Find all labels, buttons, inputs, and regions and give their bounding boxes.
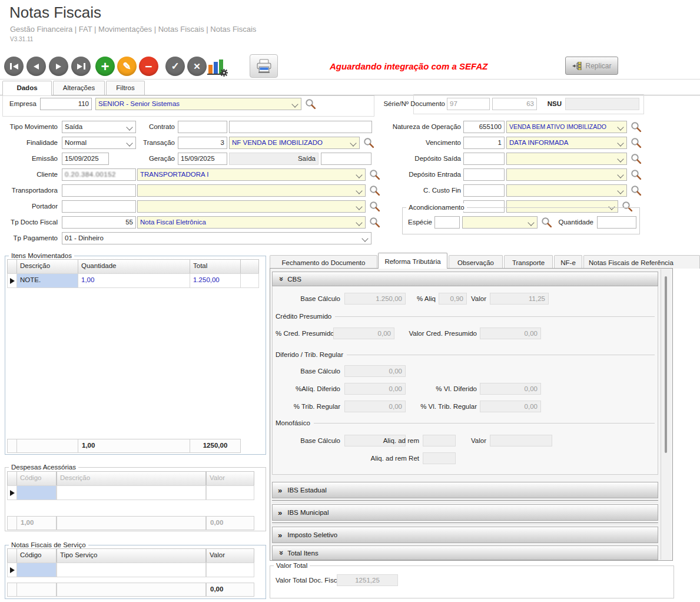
empresa-select[interactable]: SENIOR - Senior Sistemas xyxy=(95,98,301,110)
itens-row-marker xyxy=(7,273,17,288)
especie-code-input[interactable] xyxy=(434,216,460,229)
transportadora-label: Transportadora xyxy=(0,184,58,197)
deposito-saida-select[interactable] xyxy=(506,153,627,165)
next-record-button[interactable] xyxy=(49,57,68,76)
first-record-button[interactable] xyxy=(4,57,24,76)
itens-col-filler xyxy=(240,259,259,274)
servico-cell-valor[interactable] xyxy=(206,563,254,577)
custo-fin-select[interactable] xyxy=(506,184,627,197)
deposito-entrada-code-input[interactable] xyxy=(463,168,505,181)
tp-docto-lookup-button[interactable] xyxy=(369,217,381,229)
empresa-code-input[interactable]: 110 xyxy=(40,98,92,110)
especie-select[interactable] xyxy=(462,216,538,229)
ibs-municipal-section-header[interactable]: IBS Municipal xyxy=(272,504,658,521)
cbs-valor-label: Valor xyxy=(467,293,486,305)
contrato-code-input[interactable] xyxy=(178,121,227,133)
tipo-movimento-select[interactable]: Saída xyxy=(62,121,136,133)
tp-docto-select[interactable]: Nota Fiscal Eletrônica xyxy=(137,216,366,229)
custo-fin-code-input[interactable] xyxy=(463,184,505,197)
tab-dados[interactable]: Dados xyxy=(2,81,52,95)
delete-button[interactable] xyxy=(139,57,158,76)
especie-lookup-button[interactable] xyxy=(541,217,553,229)
servico-cell-tipo[interactable] xyxy=(57,563,206,577)
replicar-button[interactable]: Replicar xyxy=(565,57,618,75)
tab-fechamento-documento[interactable]: Fechamento do Documento xyxy=(270,255,377,269)
tab-reforma-tributaria[interactable]: Reforma Tributária xyxy=(378,253,447,269)
tab-notas-referencia[interactable]: Notas Fiscais de Referência xyxy=(583,255,700,269)
deposito-saida-lookup-button[interactable] xyxy=(631,153,642,165)
empresa-lookup-button[interactable] xyxy=(305,98,317,110)
deposito-entrada-lookup-button[interactable] xyxy=(631,169,642,181)
tab-filtros[interactable]: Filtros xyxy=(106,81,145,95)
ibs-estadual-section-header[interactable]: IBS Estadual xyxy=(272,482,658,498)
edit-button[interactable] xyxy=(117,57,137,76)
magnifier-icon xyxy=(631,185,642,196)
tp-docto-code-input[interactable]: 55 xyxy=(62,216,136,229)
chart-settings-button[interactable] xyxy=(207,58,230,77)
confirm-button[interactable] xyxy=(165,57,185,76)
itens-cell-total[interactable]: 1.250,00 xyxy=(190,273,241,288)
vencimento-code-input[interactable]: 1 xyxy=(463,137,505,149)
panel-scrollbar[interactable] xyxy=(661,269,671,560)
emissao-input[interactable]: 15/09/2025 xyxy=(62,153,109,165)
tp-pagamento-select[interactable]: 01 - Dinheiro xyxy=(62,232,371,244)
adrem-ret-label: Aliq. ad rem Ret xyxy=(351,452,419,465)
custo-fin-lookup-button[interactable] xyxy=(631,185,642,197)
magnifier-icon xyxy=(541,217,552,228)
itens-cell-descricao[interactable]: NOTE. xyxy=(16,273,78,288)
magnifier-icon xyxy=(631,137,642,148)
transportadora-code-input[interactable] xyxy=(62,184,136,197)
transacao-code-input[interactable]: 3 xyxy=(178,137,227,149)
cliente-code-input[interactable]: 0.20.384.00152 xyxy=(62,168,136,181)
tab-alteracoes[interactable]: Alterações xyxy=(53,81,105,95)
nsu-label: NSU xyxy=(539,98,562,110)
despesas-cell-descricao[interactable] xyxy=(57,485,206,500)
finalidade-select[interactable]: Normal xyxy=(62,137,136,149)
transacao-label: Transação xyxy=(137,137,175,149)
transportadora-select[interactable] xyxy=(137,184,366,197)
chevron-down-icon xyxy=(356,219,362,226)
cbs-aliq-label: % Aliq xyxy=(406,293,436,305)
tab-nfe[interactable]: NF-e xyxy=(554,255,582,269)
geracao-input[interactable]: 15/09/2025 xyxy=(178,153,227,165)
portador-select[interactable] xyxy=(137,200,366,213)
previous-record-button[interactable] xyxy=(26,57,46,76)
itens-cell-quantidade[interactable]: 1,00 xyxy=(78,273,190,288)
deposito-entrada-select[interactable] xyxy=(506,168,627,181)
portador-label: Portador xyxy=(0,200,58,213)
print-button[interactable] xyxy=(250,54,278,78)
nsu-input xyxy=(565,98,639,110)
last-record-button[interactable] xyxy=(71,57,91,76)
portador-code-input[interactable] xyxy=(62,200,136,213)
imposto-seletivo-section-header[interactable]: Imposto Seletivo xyxy=(272,527,658,543)
natureza-lookup-button[interactable] xyxy=(631,121,642,133)
despesas-cell-codigo[interactable] xyxy=(16,485,57,500)
add-button[interactable] xyxy=(95,57,115,76)
vencimento-lookup-button[interactable] xyxy=(631,137,642,149)
magnifier-icon xyxy=(631,153,642,164)
saida-date-input[interactable] xyxy=(321,153,371,165)
scrollbar-thumb[interactable] xyxy=(665,276,667,453)
total-itens-section-header[interactable]: Total Itens xyxy=(272,545,658,560)
servico-cell-codigo[interactable] xyxy=(16,563,57,577)
cancel-button[interactable] xyxy=(187,57,207,76)
cliente-select[interactable]: TRANSPORTADORA I xyxy=(137,168,366,181)
natureza-code-input[interactable]: 655100 xyxy=(463,121,505,133)
vencimento-select[interactable]: DATA INFORMADA xyxy=(506,137,627,149)
check-icon xyxy=(171,61,179,71)
servico-footer-valor: 0,00 xyxy=(206,583,254,597)
transacao-select[interactable]: NF VENDA DE IMOBILIZADO xyxy=(229,137,360,149)
despesas-cell-valor[interactable] xyxy=(206,485,254,500)
natureza-select[interactable]: VENDA BEM ATIVO IMOBILIZADO xyxy=(506,121,627,133)
contrato-desc-input[interactable] xyxy=(229,121,372,133)
tab-transporte[interactable]: Transporte xyxy=(504,255,553,269)
vl-trib-regular-field: 0,00 xyxy=(480,401,541,412)
collapse-section-icon xyxy=(277,551,286,555)
servico-col-tipo: Tipo Serviço xyxy=(57,548,206,563)
tab-observacao[interactable]: Observação xyxy=(449,255,503,269)
cbs-section-header[interactable]: CBS xyxy=(272,272,658,286)
quantidade-input[interactable] xyxy=(597,216,636,229)
deposito-saida-code-input[interactable] xyxy=(463,153,505,165)
minus-icon xyxy=(145,60,152,72)
breadcrumb: Gestão Financeira | FAT | Movimentações … xyxy=(10,25,256,34)
